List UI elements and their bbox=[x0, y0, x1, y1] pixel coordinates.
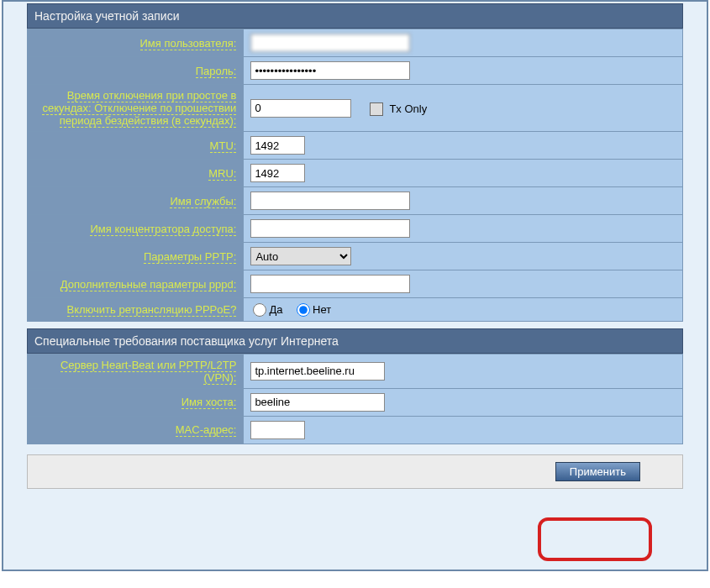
txonly-checkbox[interactable] bbox=[370, 102, 383, 116]
section-account-header: Настройка учетной записи bbox=[27, 3, 683, 29]
pptp-select[interactable]: Auto bbox=[250, 247, 351, 265]
mtu-input[interactable] bbox=[250, 136, 305, 155]
idle-label: Время отключения при простое в секундах:… bbox=[42, 89, 236, 128]
mac-input[interactable] bbox=[250, 421, 305, 439]
relay-no-label: Нет bbox=[313, 303, 331, 316]
account-form-table: Имя пользователя: Пароль: Время отключен… bbox=[27, 29, 683, 322]
heartbeat-input[interactable] bbox=[250, 362, 385, 381]
password-label: Пароль: bbox=[196, 65, 237, 78]
username-label: Имя пользователя: bbox=[140, 37, 237, 50]
apply-button[interactable]: Применить bbox=[555, 462, 640, 481]
concentrator-label: Имя концентратора доступа: bbox=[90, 223, 236, 236]
mru-label: MRU: bbox=[208, 167, 236, 181]
hostname-label: Имя хоста: bbox=[181, 396, 237, 409]
mac-label: MAC-адрес: bbox=[176, 423, 237, 437]
section-isp-header: Специальные требования поставщика услуг … bbox=[27, 328, 683, 354]
heartbeat-label: Сервер Heart-Beat или PPTP/L2TP (VPN): bbox=[60, 359, 237, 385]
hostname-input[interactable] bbox=[250, 393, 385, 412]
mtu-label: MTU: bbox=[210, 139, 237, 153]
relay-no-radio[interactable] bbox=[297, 303, 310, 317]
username-input[interactable] bbox=[250, 34, 410, 52]
relay-yes-radio[interactable] bbox=[253, 303, 266, 317]
concentrator-input[interactable] bbox=[250, 219, 410, 238]
service-input[interactable] bbox=[250, 192, 410, 210]
pppd-label: Дополнительные параметры pppd: bbox=[60, 278, 237, 291]
txonly-label: Tx Only bbox=[389, 102, 427, 114]
mru-input[interactable] bbox=[250, 164, 305, 182]
idle-input[interactable] bbox=[250, 99, 351, 118]
footer-bar: Применить bbox=[27, 454, 683, 489]
relay-yes-label: Да bbox=[269, 303, 282, 316]
relay-label: Включить ретрансляцию PPPoE? bbox=[67, 303, 237, 317]
pptp-label: Параметры PPTP: bbox=[144, 250, 236, 264]
service-label: Имя службы: bbox=[170, 195, 236, 208]
isp-form-table: Сервер Heart-Beat или PPTP/L2TP (VPN): И… bbox=[27, 354, 683, 444]
password-input[interactable] bbox=[250, 61, 410, 80]
pppd-input[interactable] bbox=[250, 275, 410, 293]
